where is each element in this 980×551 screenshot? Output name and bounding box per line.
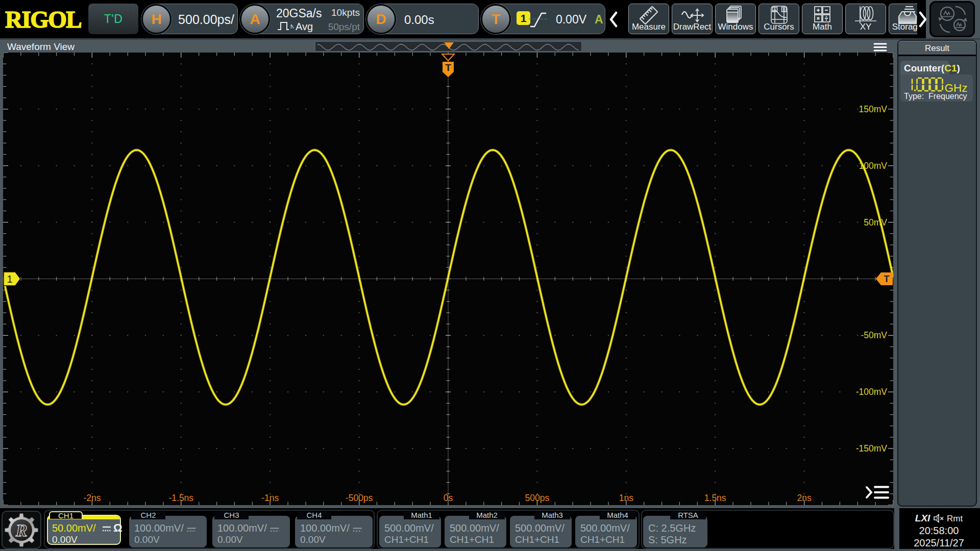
svg-text:-500ps: -500ps: [346, 493, 373, 503]
svg-text:500ps: 500ps: [525, 493, 550, 503]
svg-text:1: 1: [7, 273, 12, 285]
svg-text:-100mV: -100mV: [856, 387, 888, 397]
svg-text:-50mV: -50mV: [861, 330, 887, 340]
svg-text:B: B: [782, 7, 786, 12]
svg-text:50mV: 50mV: [864, 217, 887, 228]
svg-text:0s: 0s: [444, 493, 453, 503]
svg-text:-2ns: -2ns: [83, 493, 101, 503]
svg-text:-1.5ns: -1.5ns: [168, 493, 193, 503]
svg-text:1ns: 1ns: [619, 493, 633, 503]
svg-text:T: T: [445, 62, 451, 73]
svg-text:1.5ns: 1.5ns: [704, 493, 726, 503]
svg-text:-1ns: -1ns: [261, 493, 279, 503]
svg-text:T: T: [884, 274, 890, 284]
svg-text:A: A: [773, 7, 776, 12]
svg-text:-150mV: -150mV: [856, 443, 888, 454]
svg-text:N: N: [290, 23, 293, 30]
svg-text:R: R: [15, 521, 28, 540]
svg-text:100mV: 100mV: [859, 161, 888, 171]
svg-text:150mV: 150mV: [859, 104, 888, 114]
svg-text:2ns: 2ns: [797, 493, 811, 503]
